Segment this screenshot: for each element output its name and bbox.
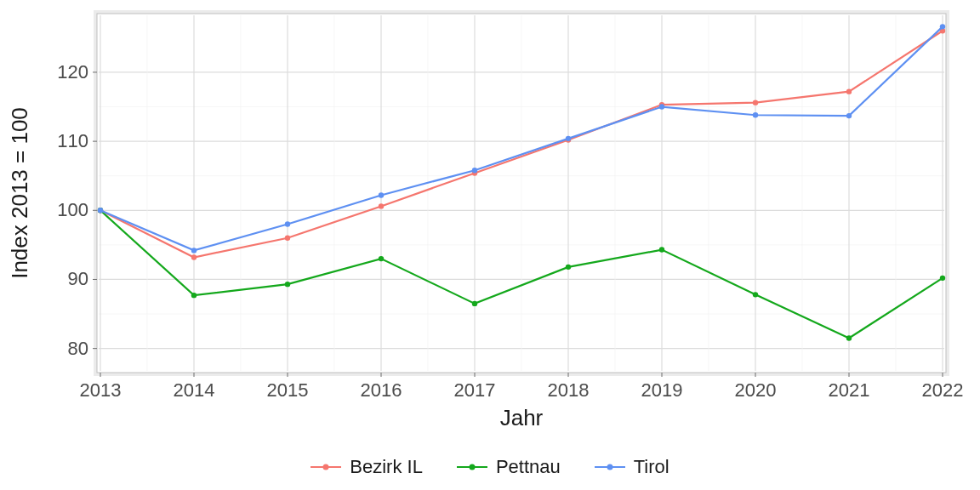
y-axis-title: Index 2013 = 100 [7, 107, 32, 279]
x-tick-label: 2021 [829, 379, 870, 401]
series-point [659, 104, 664, 109]
series-point [472, 168, 477, 173]
series-point [659, 247, 664, 252]
x-tick-label: 2015 [267, 379, 309, 401]
series-point [379, 203, 384, 208]
series-point [753, 100, 758, 105]
series-point [753, 112, 758, 117]
legend-label: Pettnau [496, 456, 561, 478]
legend-key [595, 459, 625, 475]
series-point [191, 254, 197, 259]
x-tick-label: 2022 [922, 379, 964, 401]
series-point [285, 282, 290, 287]
y-tick-label: 120 [57, 61, 88, 83]
series-point [753, 292, 758, 297]
series-point [940, 276, 945, 281]
series-point [846, 113, 852, 118]
series-point [379, 256, 384, 261]
y-tick-label: 100 [57, 199, 88, 220]
x-tick-label: 2014 [174, 379, 215, 401]
y-tick-label: 90 [68, 268, 88, 289]
legend-item: Bezirk IL [311, 456, 423, 478]
legend-label: Tirol [634, 456, 669, 478]
legend: Bezirk ILPettnauTirol [0, 456, 980, 478]
legend-item: Pettnau [457, 456, 561, 478]
x-tick-label: 2016 [361, 379, 402, 401]
series-point [285, 236, 290, 241]
x-tick-label: 2018 [548, 379, 590, 401]
series-point [566, 265, 571, 270]
series-point [472, 301, 477, 306]
series-point [191, 248, 197, 253]
series-point [285, 221, 290, 226]
legend-item: Tirol [595, 456, 669, 478]
chart-container: 2013201420152016201720182019202020212022… [0, 0, 980, 490]
series-point [566, 136, 571, 141]
series-point [379, 192, 384, 197]
series-point [191, 293, 197, 298]
series-point [940, 24, 945, 29]
x-axis-title: Jahr [500, 405, 544, 430]
series-point [846, 335, 852, 340]
legend-key [311, 459, 341, 475]
y-tick-label: 110 [57, 130, 88, 151]
x-tick-label: 2020 [735, 379, 777, 401]
series-point [98, 208, 103, 213]
x-tick-label: 2017 [454, 379, 496, 401]
y-tick-label: 80 [68, 338, 88, 359]
legend-label: Bezirk IL [350, 456, 423, 478]
series-point [846, 88, 852, 94]
legend-key [457, 459, 487, 475]
x-tick-label: 2019 [641, 379, 683, 401]
plot-svg: 2013201420152016201720182019202020212022… [0, 0, 980, 490]
x-tick-label: 2013 [80, 379, 122, 401]
